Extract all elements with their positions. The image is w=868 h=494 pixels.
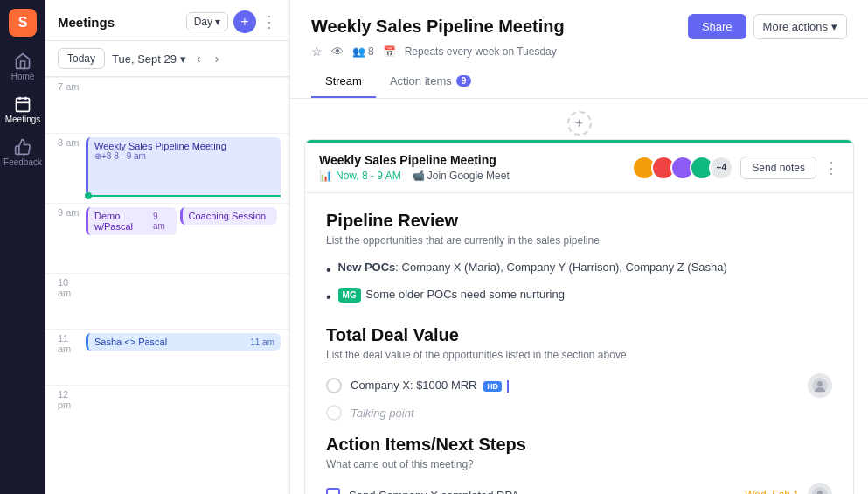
notes-card-meeting-info: Weekly Sales Pipeline Meeting 📊 Now, 8 -… [319, 153, 510, 182]
card-menu-button[interactable]: ⋮ [823, 158, 839, 177]
sidebar-more-button[interactable]: ⋮ [261, 12, 277, 31]
talking-point-text[interactable]: Talking point [351, 407, 832, 420]
deal-item-avatar [808, 373, 832, 398]
sidebar-item-home[interactable]: Home [3, 47, 42, 87]
sidebar-toolbar: Today Tue, Sept 29 ▾ ‹ › [45, 41, 289, 77]
sidebar-item-home-label: Home [11, 72, 35, 81]
time-label-8am: 8 am [58, 134, 82, 148]
time-label-12pm: 12 pm [58, 386, 82, 410]
sidebar-item-feedback-label: Feedback [3, 157, 42, 167]
time-slot-12pm: 12 pm [45, 385, 289, 441]
hd-badge: HD [483, 381, 502, 392]
talking-point-checkbox[interactable] [326, 405, 342, 421]
event-sasha-pascal-time: 11 am [250, 337, 274, 347]
bullet-text: New POCs: Company X (Maria), Company Y (… [338, 259, 727, 276]
more-actions-button[interactable]: More actions ▾ [753, 14, 847, 39]
bullet-text: MG Some older POCs need some nurturing [338, 286, 565, 303]
eye-icon[interactable]: 👁 [331, 45, 344, 59]
calendar-repeat-icon: 📅 [383, 45, 396, 58]
event-coaching-session-name: Coaching Session [189, 211, 272, 221]
chevron-down-icon: ▾ [215, 16, 220, 28]
time-slot-8am: 8 am Weekly Sales Pipeline Meeting ⊕+8 8… [45, 133, 289, 203]
notes-header-right: +4 Send notes ⋮ [632, 156, 839, 180]
time-slot-9am: 9 am Demo w/Pascal 9 am Coaching Session [45, 203, 289, 273]
event-weekly-sales-name: Weekly Sales Pipeline Meeting [94, 141, 274, 151]
calendar-sidebar: Meetings Day ▾ + ⋮ Today Tue, Sept 29 ▾ … [45, 0, 290, 494]
event-sasha-pascal[interactable]: Sasha <> Pascal 11 am [86, 333, 281, 351]
event-demo-pascal[interactable]: Demo w/Pascal 9 am [86, 207, 177, 235]
deal-item-text: Company X: $1000 MRR HD [351, 379, 799, 393]
mg-badge: MG [338, 288, 361, 303]
meeting-title-row: Weekly Sales Pipeline Meeting Share More… [311, 14, 847, 39]
action-items-badge: 9 [456, 75, 472, 87]
main-header: Weekly Sales Pipeline Meeting Share More… [290, 0, 868, 99]
action-item-checkbox[interactable] [326, 488, 340, 494]
time-label-10am: 10 am [58, 274, 82, 298]
action-item-row: Send Company X completed DPA Wed, Feb 1 [326, 483, 832, 494]
meeting-title: Weekly Sales Pipeline Meeting [311, 17, 565, 37]
day-view-button[interactable]: Day ▾ [186, 12, 228, 31]
header-actions: Share More actions ▾ [688, 14, 847, 39]
date-navigation: Tue, Sept 29 ▾ [112, 52, 186, 66]
send-notes-button[interactable]: Send notes [740, 157, 816, 179]
bullet-icon: • [326, 287, 331, 308]
action-items-title: Action Items/Next Steps [326, 435, 832, 455]
sidebar-item-meetings[interactable]: Meetings [3, 90, 42, 129]
calendar-scroll-area[interactable]: 7 am 8 am Weekly Sales Pipeline Meeting … [45, 77, 289, 494]
meet-icon: 📹 [412, 170, 425, 182]
notes-meeting-title: Weekly Sales Pipeline Meeting [319, 153, 510, 167]
sidebar-header-actions: Day ▾ + ⋮ [186, 10, 277, 33]
total-deal-value-subtitle: List the deal value of the opportunities… [326, 349, 832, 361]
time-label-11am: 11 am [58, 330, 82, 354]
add-block-row: + [290, 99, 868, 139]
add-block-button[interactable]: + [567, 111, 592, 136]
event-demo-pascal-time: 9 am [153, 212, 170, 231]
home-icon [14, 52, 31, 70]
action-item-avatar [808, 483, 832, 494]
time-label-9am: 9 am [58, 204, 82, 218]
sidebar-title: Meetings [58, 15, 115, 30]
list-item: • New POCs: Company X (Maria), Company Y… [326, 259, 832, 281]
time-slot-10am: 10 am [45, 273, 289, 329]
prev-day-button[interactable]: ‹ [193, 50, 205, 67]
chevron-down-icon: ▾ [831, 20, 837, 33]
notes-card-header: Weekly Sales Pipeline Meeting 📊 Now, 8 -… [305, 143, 853, 193]
pipeline-review-subtitle: List the opportunities that are currentl… [326, 234, 832, 247]
pipeline-review-title: Pipeline Review [326, 211, 832, 231]
star-icon[interactable]: ☆ [311, 45, 323, 59]
chevron-down-icon: ▾ [180, 52, 186, 66]
meeting-notes-card: Weekly Sales Pipeline Meeting 📊 Now, 8 -… [304, 139, 854, 494]
calendar-icon [14, 95, 31, 113]
deal-item-row: Company X: $1000 MRR HD [326, 373, 832, 398]
join-google-meet[interactable]: 📹 Join Google Meet [412, 170, 510, 182]
tab-stream[interactable]: Stream [311, 67, 376, 98]
time-slot-7am: 7 am [45, 77, 289, 133]
event-demo-pascal-name: Demo w/Pascal [94, 211, 153, 232]
svg-rect-0 [17, 98, 30, 111]
main-body[interactable]: + Weekly Sales Pipeline Meeting 📊 Now, 8… [290, 99, 868, 494]
attendee-count: 👥 8 [352, 45, 374, 58]
sidebar-item-feedback[interactable]: Feedback [3, 133, 42, 172]
current-date-label: Tue, Sept 29 [112, 52, 177, 66]
share-button[interactable]: Share [688, 14, 746, 39]
event-sasha-pascal-name: Sasha <> Pascal [94, 337, 167, 347]
tabs-row: Stream Action items 9 [311, 67, 847, 98]
meeting-meta: ☆ 👁 👥 8 📅 Repeats every week on Tuesday [311, 45, 847, 59]
event-weekly-sales[interactable]: Weekly Sales Pipeline Meeting ⊕+8 8 - 9 … [86, 137, 281, 197]
today-button[interactable]: Today [58, 48, 105, 69]
pipeline-review-list: • New POCs: Company X (Maria), Company Y… [326, 259, 832, 308]
sidebar-header: Meetings Day ▾ + ⋮ [45, 0, 289, 41]
people-icon: 👥 [352, 45, 365, 58]
event-coaching-session[interactable]: Coaching Session [180, 207, 278, 225]
app-logo[interactable]: S [9, 9, 37, 37]
attendee-avatars: +4 [632, 156, 733, 180]
deal-item-checkbox[interactable] [326, 378, 342, 393]
svg-point-5 [817, 381, 823, 386]
add-meeting-button[interactable]: + [233, 10, 256, 33]
recurrence-label: Repeats every week on Tuesday [405, 45, 557, 58]
left-navigation: S Home Meetings Feedback [0, 0, 45, 494]
tab-action-items[interactable]: Action items 9 [376, 67, 485, 98]
thumbsup-icon [14, 138, 31, 156]
next-day-button[interactable]: › [212, 50, 223, 67]
total-deal-value-title: Total Deal Value [326, 325, 832, 345]
